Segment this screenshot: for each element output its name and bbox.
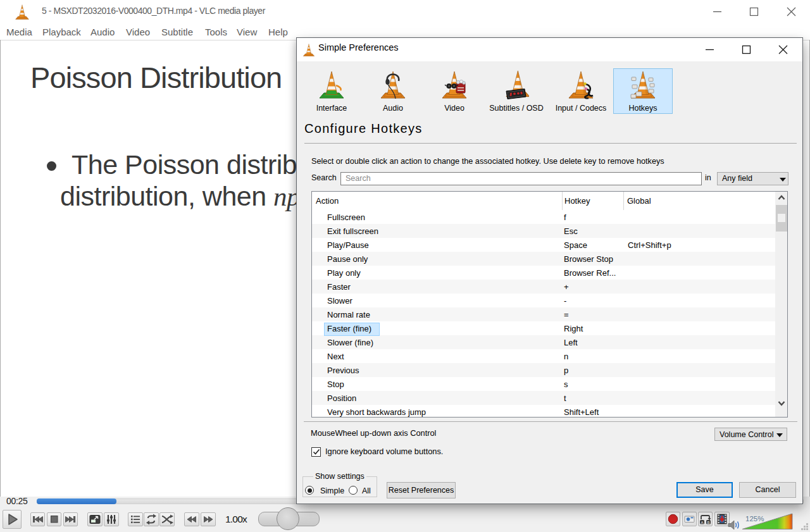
svg-text:B: B <box>707 521 710 524</box>
svg-text:A: A <box>701 521 704 524</box>
